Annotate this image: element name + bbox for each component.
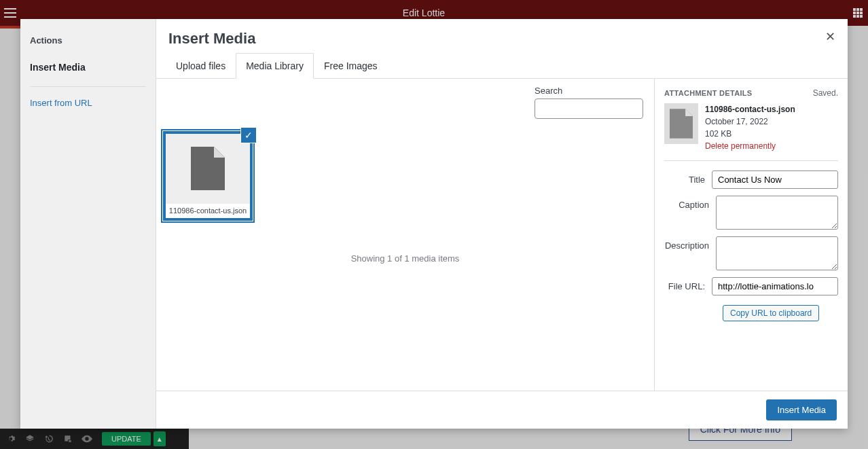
title-input[interactable]	[712, 170, 838, 189]
details-date: October 17, 2022	[705, 115, 795, 128]
delete-permanently-link[interactable]: Delete permanently	[705, 140, 795, 152]
media-thumb[interactable]: 110986-contact-us.json ✓	[163, 131, 253, 221]
caption-label: Caption	[664, 196, 716, 210]
search-input[interactable]	[535, 98, 643, 119]
svg-marker-10	[685, 109, 693, 116]
attachment-details-panel: ATTACHMENT DETAILS Saved. 110986-contact…	[655, 79, 848, 391]
title-label: Title	[664, 170, 712, 185]
details-separator	[664, 160, 838, 161]
description-label: Description	[664, 236, 716, 251]
sidebar-separator	[30, 86, 146, 87]
copy-url-button[interactable]: Copy URL to clipboard	[723, 305, 819, 321]
caption-input[interactable]	[716, 196, 838, 230]
insert-media-button[interactable]: Insert Media	[766, 399, 837, 420]
insert-media-modal: Actions Insert Media Insert from URL Ins…	[20, 19, 848, 429]
file-icon	[191, 147, 225, 190]
details-filename: 110986-contact-us.json	[705, 103, 795, 115]
modal-title: Insert Media	[156, 19, 848, 53]
tab-media-library[interactable]: Media Library	[236, 53, 314, 79]
tab-upload-files[interactable]: Upload files	[166, 53, 236, 79]
fileurl-label: File URL:	[664, 277, 712, 291]
svg-marker-9	[214, 147, 225, 158]
details-file-icon	[664, 103, 698, 144]
details-heading: ATTACHMENT DETAILS	[664, 89, 752, 97]
search-label: Search	[535, 86, 643, 96]
sidebar-item-insert-media[interactable]: Insert Media	[30, 55, 146, 79]
check-icon[interactable]: ✓	[240, 127, 257, 143]
media-tabs: Upload files Media Library Free Images	[156, 53, 848, 79]
media-gallery: Search	[156, 79, 655, 391]
close-icon[interactable]: ✕	[822, 29, 838, 45]
modal-sidebar: Actions Insert Media Insert from URL	[20, 19, 156, 429]
sidebar-item-insert-url[interactable]: Insert from URL	[30, 94, 146, 112]
details-size: 102 KB	[705, 128, 795, 140]
sidebar-heading: Actions	[30, 35, 146, 46]
modal-main: Insert Media ✕ Upload files Media Librar…	[156, 19, 848, 429]
thumb-filename: 110986-contact-us.json	[166, 204, 250, 218]
results-count: Showing 1 of 1 media items	[156, 253, 654, 264]
fileurl-input[interactable]	[712, 277, 838, 295]
tab-free-images[interactable]: Free Images	[314, 53, 388, 79]
description-input[interactable]	[716, 236, 838, 270]
modal-footer: Insert Media	[156, 391, 848, 429]
saved-status: Saved.	[813, 88, 838, 98]
